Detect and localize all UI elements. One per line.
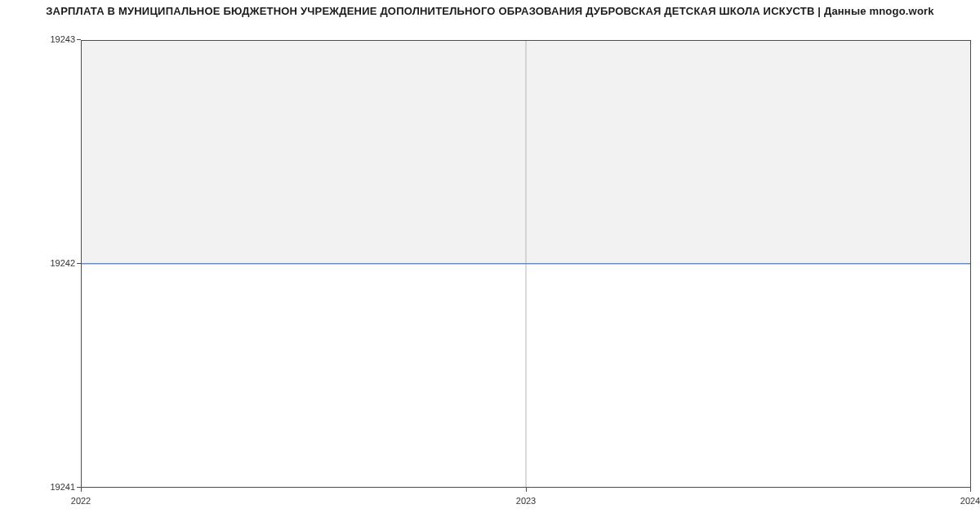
x-tick-mark	[526, 488, 527, 492]
plot-area	[81, 40, 971, 488]
y-tick-label: 19242	[36, 259, 75, 268]
series-line	[82, 263, 970, 264]
chart-container: ЗАРПЛАТА В МУНИЦИПАЛЬНОЕ БЮДЖЕТНОН УЧРЕЖ…	[0, 0, 980, 531]
x-tick-label: 2024	[960, 497, 980, 506]
x-tick-label: 2023	[516, 497, 536, 506]
chart-title: ЗАРПЛАТА В МУНИЦИПАЛЬНОЕ БЮДЖЕТНОН УЧРЕЖ…	[0, 5, 980, 17]
y-tick-label: 19241	[36, 483, 75, 492]
x-tick-label: 2022	[71, 497, 91, 506]
x-tick-mark	[970, 488, 971, 492]
y-tick-label: 19243	[36, 35, 75, 44]
x-tick-mark	[81, 488, 82, 492]
